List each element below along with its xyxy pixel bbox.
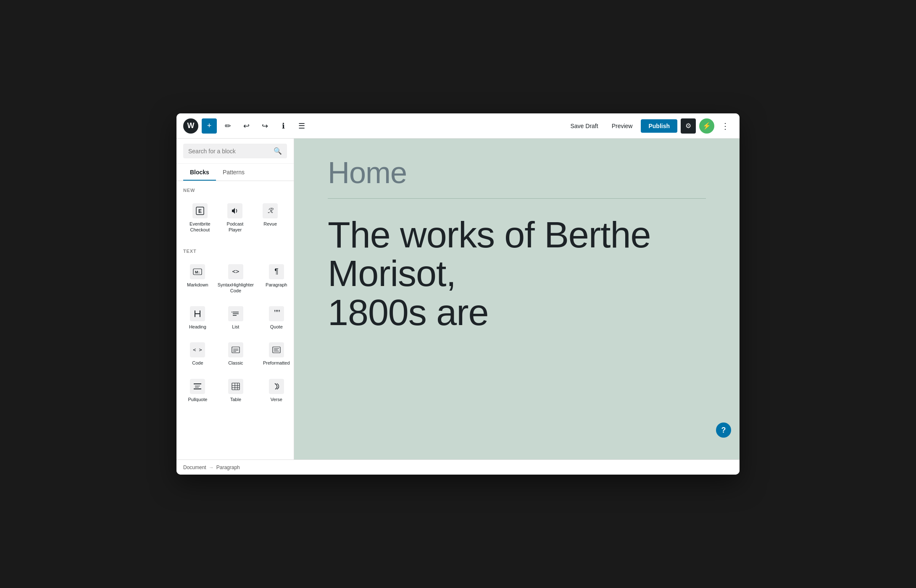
blocks-list: NEW E Eventbrite Checkout [176,181,294,459]
editor-main-text: The works of Berthe Morisot, [328,215,706,293]
redo-button[interactable]: ↪ [257,118,272,134]
block-name-verse: Verse [271,396,282,402]
block-item-quote[interactable]: " " Quote [259,301,294,335]
block-name-code: Code [192,360,203,366]
search-bar: 🔍 [176,139,294,164]
code-icon: < > [190,342,205,357]
block-name-quote: Quote [270,324,283,330]
editor-home-title: Home [328,155,706,190]
wp-logo[interactable]: W [183,118,198,134]
plugin-button[interactable]: ⚡ [699,118,714,134]
tabs: Blocks Patterns [176,164,294,181]
pullquote-icon [190,379,205,394]
block-name-podcast: Podcast Player [222,221,248,233]
new-blocks-grid: E Eventbrite Checkout Podcast Player [183,198,287,239]
podcast-icon [227,203,242,218]
toolbar: W + ✏ ↩ ↪ ℹ ☰ Save Draft Preview Publish… [176,113,740,139]
add-block-button[interactable]: + [202,118,217,134]
list-icon [228,306,243,321]
preview-button[interactable]: Preview [607,120,638,132]
save-draft-button[interactable]: Save Draft [566,120,603,132]
sidebar: 🔍 Blocks Patterns NEW E [176,139,294,459]
block-item-podcast[interactable]: Podcast Player [218,198,252,239]
svg-text:E: E [198,208,202,214]
undo-button[interactable]: ↩ [239,118,254,134]
breadcrumb-paragraph[interactable]: Paragraph [216,465,240,470]
editor-sub-text: 1800s are [328,293,706,332]
more-options-button[interactable]: ⋮ [718,119,733,133]
block-item-verse[interactable]: Verse [259,373,294,408]
block-item-eventbrite[interactable]: E Eventbrite Checkout [183,198,217,239]
svg-text:<>: <> [232,268,239,275]
eventbrite-icon: E [192,203,208,218]
block-name-heading: Heading [189,324,206,330]
editor-divider [328,198,706,199]
edit-button[interactable]: ✏ [220,118,235,134]
breadcrumb-bar: Document → Paragraph [176,459,740,475]
classic-icon [228,342,243,357]
section-label-text: TEXT [183,249,287,254]
block-item-revue[interactable]: ℛ Revue [253,198,287,239]
block-name-classic: Classic [228,360,243,366]
breadcrumb-arrow: → [209,465,214,470]
search-input[interactable] [188,148,270,155]
main-content: 🔍 Blocks Patterns NEW E [176,139,740,459]
block-item-syntax[interactable]: <> SyntaxHighlighter Code [214,259,258,299]
heading-icon [190,306,205,321]
block-item-list[interactable]: List [214,301,258,335]
markdown-icon: M↓ [190,264,205,279]
block-name-pullquote: Pullquote [188,396,207,402]
search-input-wrapper[interactable]: 🔍 [183,144,287,158]
breadcrumb-document[interactable]: Document [183,465,206,470]
verse-icon [269,379,284,394]
block-item-table[interactable]: Table [214,373,258,408]
publish-button[interactable]: Publish [641,119,677,133]
editor-area: Home The works of Berthe Morisot, 1800s … [294,139,740,459]
revue-icon: ℛ [263,203,278,218]
block-name-preformatted: Preformatted [263,360,290,366]
info-button[interactable]: ℹ [276,118,291,134]
text-blocks-grid: M↓ Markdown <> SyntaxHighlighter Code [183,259,287,408]
block-name-eventbrite: Eventbrite Checkout [187,221,213,233]
preformatted-icon [269,342,284,357]
syntax-icon: <> [228,264,243,279]
tab-blocks[interactable]: Blocks [183,164,216,181]
svg-rect-14 [232,347,240,353]
svg-text:¶: ¶ [274,267,279,276]
block-item-classic[interactable]: Classic [214,337,258,371]
block-item-preformatted[interactable]: Preformatted [259,337,294,371]
paragraph-icon: ¶ [269,264,284,279]
list-view-button[interactable]: ☰ [294,118,309,134]
svg-text:ℛ: ℛ [268,207,274,214]
block-name-list: List [232,324,239,330]
quote-icon: " " [269,306,284,321]
block-item-pullquote[interactable]: Pullquote [183,373,212,408]
block-name-revue: Revue [263,221,277,227]
block-name-syntax: SyntaxHighlighter Code [218,282,254,294]
svg-text:M↓: M↓ [195,270,200,274]
table-icon [228,379,243,394]
tab-patterns[interactable]: Patterns [216,164,251,181]
svg-text:< >: < > [193,347,203,353]
block-item-paragraph[interactable]: ¶ Paragraph [259,259,294,299]
settings-button[interactable]: ⚙ [681,118,696,134]
block-name-markdown: Markdown [187,282,208,288]
section-label-new: NEW [183,188,287,193]
block-item-markdown[interactable]: M↓ Markdown [183,259,212,299]
block-name-table: Table [230,396,241,402]
search-icon: 🔍 [274,147,282,155]
block-item-code[interactable]: < > Code [183,337,212,371]
svg-text:": " [277,309,280,318]
svg-rect-26 [232,383,240,390]
help-button[interactable]: ? [716,423,731,438]
block-item-heading[interactable]: Heading [183,301,212,335]
block-name-paragraph: Paragraph [266,282,287,288]
